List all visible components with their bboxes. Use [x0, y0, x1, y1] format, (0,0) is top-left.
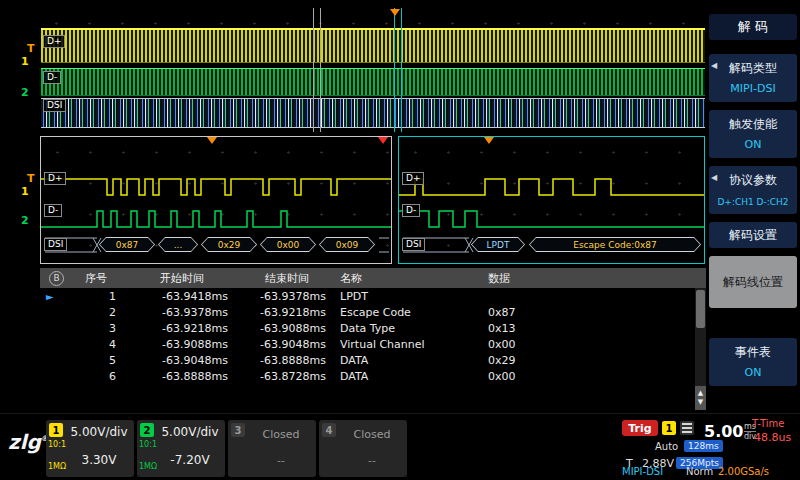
table-row[interactable]: 3 -63.9218ms -63.9088ms Data Type 0x13	[40, 320, 706, 336]
ch1-impedance: 1MΩ	[48, 462, 66, 471]
scrollbar-thumb[interactable]	[696, 290, 705, 328]
timebase-value[interactable]: 5.00	[704, 422, 743, 441]
menu-lines-icon	[682, 423, 692, 433]
zoom2-region-line-left[interactable]	[394, 8, 395, 132]
trigger-mode[interactable]: Auto	[655, 441, 678, 452]
ch4-panel[interactable]: 4 Closed --	[319, 420, 407, 477]
ch1-vdiv: 5.00V/div	[66, 425, 132, 439]
cell-end: -63.9378ms	[238, 290, 336, 303]
menu-item-label: 解码设置	[709, 222, 797, 244]
scroll-up-icon[interactable]: ▲	[698, 389, 703, 398]
ch2-overview-waveform	[41, 68, 705, 96]
trigger-source-badge[interactable]: 1	[662, 421, 676, 435]
menu-item-protocol-params[interactable]: ◀ 协议参数 D+:CH1 D-:CH2	[709, 166, 797, 214]
status-bar: zlg® 1 10:1 1MΩ 5.00V/div 3.30V 2 10:1 1…	[0, 413, 800, 480]
zoom-window-left: D+ D- DSI 0x87 ... 0x29 0x00 0x09	[40, 136, 392, 264]
cell-data: 0x00	[484, 338, 693, 351]
cell-index: 1	[66, 290, 126, 303]
zoom1-region-line-right[interactable]	[320, 8, 321, 132]
zoom-left-trigger-marker-icon[interactable]	[207, 137, 217, 144]
ch3-offset: --	[248, 454, 314, 467]
ch2-position-marker[interactable]: 2	[21, 86, 29, 99]
ch1-waveform	[41, 179, 391, 195]
decode-bubble: Escape Code:0x87	[529, 237, 701, 252]
scrollbar-buttons[interactable]: ▲ ▼	[695, 386, 706, 410]
menu-item-trigger-enable[interactable]: 触发使能 ON	[709, 110, 797, 158]
trigger-menu-icon[interactable]	[680, 421, 694, 435]
ttime-value: 48.8us	[754, 431, 791, 444]
decode-bubble: 0x29	[201, 237, 257, 252]
ttime-label: T-Time	[752, 418, 784, 429]
bus-label: DSI	[44, 238, 67, 251]
table-row[interactable]: 6 -63.8888ms -63.8728ms DATA 0x00	[40, 368, 706, 384]
table-scrollbar[interactable]: ▲ ▼	[695, 288, 706, 410]
menu-item-label: 解码线位置	[709, 256, 797, 308]
cell-end: -63.9048ms	[238, 338, 336, 351]
cell-start: -63.9218ms	[126, 322, 238, 335]
table-row[interactable]: 4 -63.9088ms -63.9048ms Virtual Channel …	[40, 336, 706, 352]
ch2-impedance: 1MΩ	[139, 462, 157, 471]
bus-b-icon[interactable]: B	[49, 271, 64, 286]
zoom2-region-line-right[interactable]	[401, 8, 402, 132]
ch2-offset: -7.20V	[157, 453, 223, 467]
ch2-badge: 2	[140, 423, 154, 437]
submenu-arrow-icon: ◀	[711, 61, 717, 70]
table-row[interactable]: ► 1 -63.9418ms -63.9378ms LPDT	[40, 288, 706, 304]
ch3-badge: 3	[231, 423, 245, 437]
ch2-panel[interactable]: 2 10:1 1MΩ 5.00V/div -7.20V	[137, 420, 225, 477]
trigger-level-marker[interactable]: T	[27, 42, 35, 55]
ch1-panel[interactable]: 1 10:1 1MΩ 5.00V/div 3.30V	[46, 420, 134, 477]
cell-end: -63.9088ms	[238, 322, 336, 335]
ch1-probe: 10:1	[48, 440, 66, 449]
menu-item-event-table[interactable]: 事件表 ON	[709, 338, 797, 386]
ch1-offset: 3.30V	[66, 453, 132, 467]
ch4-state: Closed	[339, 428, 405, 441]
cell-name: LPDT	[336, 290, 484, 303]
ch1-position-marker-zoom[interactable]: 1	[21, 185, 29, 198]
cell-name: Escape Code	[336, 306, 484, 319]
col-data: 数据	[484, 271, 693, 286]
decode-bubble: 0x09	[319, 237, 375, 252]
ch2-label: D-	[402, 204, 420, 217]
decode-bubble: 0x87	[99, 237, 155, 252]
trigger-position-marker-icon[interactable]	[390, 9, 400, 16]
ch2-waveform	[41, 211, 391, 227]
cell-start: -63.9048ms	[126, 354, 238, 367]
decode-menu: 解 码 ◀ 解码类型 MIPI-DSI 触发使能 ON ◀ 协议参数 D+:CH…	[706, 0, 800, 413]
cell-start: -63.8888ms	[126, 370, 238, 383]
menu-item-value: ON	[709, 366, 797, 379]
trigger-status-badge[interactable]: Trig	[622, 420, 658, 436]
menu-item-label: 解码类型	[709, 54, 797, 77]
table-row[interactable]: 2 -63.9378ms -63.9218ms Escape Code 0x87	[40, 304, 706, 320]
ch2-waveform	[399, 211, 704, 227]
scroll-down-icon[interactable]: ▼	[698, 398, 703, 407]
col-name: 名称	[336, 271, 484, 286]
cell-index: 5	[66, 354, 126, 367]
zoom-right-trigger-marker-icon[interactable]	[484, 137, 494, 144]
ch2-position-marker-zoom[interactable]: 2	[21, 214, 29, 227]
ch1-waveform	[399, 179, 704, 195]
decode-bubble: 0x00	[260, 237, 316, 252]
menu-item-label: 事件表	[709, 338, 797, 361]
ch3-panel[interactable]: 3 Closed --	[228, 420, 316, 477]
zoom-window-right: D+ D- DSI LPDT Escape Code:0x87	[398, 136, 705, 264]
menu-item-decode-settings[interactable]: 解码设置	[709, 222, 797, 248]
zoom1-region-line-left[interactable]	[313, 8, 314, 132]
decode-bubble: LPDT	[471, 237, 525, 252]
dsi-bus-overview	[41, 98, 705, 128]
trigger-level-marker-zoom[interactable]: T	[27, 172, 35, 185]
cell-start: -63.9378ms	[126, 306, 238, 319]
cell-name: DATA	[336, 370, 484, 383]
oscilloscope-screen: D+ D- DSI T 1 2 D+ D- DSI 0x87 ... 0x29 …	[0, 0, 800, 480]
cell-index: 2	[66, 306, 126, 319]
cell-start: -63.9418ms	[126, 290, 238, 303]
menu-item-decode-type[interactable]: ◀ 解码类型 MIPI-DSI	[709, 54, 797, 102]
brand-logo: zlg®	[8, 430, 49, 454]
cell-start: -63.9088ms	[126, 338, 238, 351]
menu-item-decode-line-position[interactable]: 解码线位置	[709, 256, 797, 308]
col-end-time: 结束时间	[238, 271, 336, 286]
table-row[interactable]: 5 -63.9048ms -63.8888ms DATA 0x29	[40, 352, 706, 368]
main-waveform-area: D+ D- DSI	[40, 8, 706, 132]
ch1-position-marker[interactable]: 1	[21, 55, 29, 68]
ch2-label: D-	[43, 71, 61, 84]
